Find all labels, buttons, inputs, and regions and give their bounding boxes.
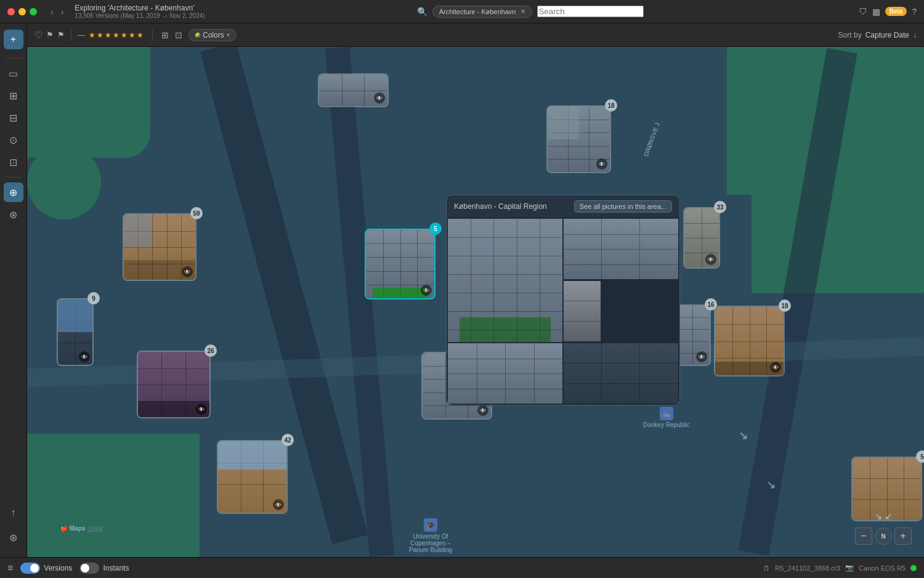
see-all-button[interactable]: See all pictures in this area... (574, 200, 672, 213)
eye-icon-18-right: 👁 (770, 362, 781, 373)
popup-grid (447, 218, 679, 405)
cluster-59[interactable]: 59 👁 (123, 213, 197, 281)
file-name: R5_241102_3868.cr3 (775, 564, 840, 572)
eye-icon-59: 👁 (182, 266, 193, 277)
active-tab[interactable]: Architecture - København ✕ (432, 6, 533, 18)
popup-photo-4[interactable] (448, 343, 562, 404)
instants-toggle-knob (81, 564, 89, 572)
eye-icon-5: 👁 (421, 285, 432, 296)
poi-university-icon: 🎓 (424, 518, 437, 532)
map[interactable]: GRØNSVE J ↘ ↘ 59 👁 5 (27, 47, 924, 557)
cluster-26[interactable]: 26 👁 (137, 351, 211, 418)
map-green-5 (27, 145, 101, 219)
cluster-top-small[interactable]: 👁 (318, 73, 389, 107)
help-icon[interactable]: ? (912, 7, 917, 17)
popup-photo-5[interactable] (564, 343, 678, 404)
map-green-3 (752, 182, 924, 293)
map-green-4 (27, 434, 200, 557)
back-arrow[interactable]: ‹ (48, 6, 56, 18)
window-controls (0, 8, 44, 15)
maps-credit: 🍎 Maps Legal (60, 524, 102, 532)
pipe-separator: — (78, 31, 85, 39)
instants-label[interactable]: Instants (103, 564, 129, 572)
sidebar: + ▭ ⊞ ⊟ ⊙ ⊡ ⊕ ⊛ ↑ ⊛ ⚙ (0, 23, 27, 578)
legal-link[interactable]: Legal (87, 525, 102, 532)
svg-text:🍎 Maps: 🍎 Maps (60, 524, 85, 532)
angle-indicator-2: ↙ (885, 511, 892, 521)
sidebar-item-grid[interactable]: ⊞ (4, 86, 23, 105)
cluster-badge-5-bottom: 5 (916, 450, 924, 463)
poi-university[interactable]: 🎓 University OfCopenhagen –Panum Buildin… (409, 518, 452, 553)
sidebar-item-image[interactable]: ⊡ (4, 152, 23, 172)
cluster-5-selected[interactable]: 5 👁 (365, 229, 436, 299)
sidebar-item-star[interactable]: ⊛ (4, 527, 23, 547)
sidebar-item-person[interactable]: ⊙ (4, 130, 23, 150)
popup-photo-3[interactable] (564, 281, 601, 341)
versions-toggle-track[interactable] (20, 563, 40, 574)
eye-icon-18-top: 👁 (596, 158, 607, 169)
star-rating[interactable]: ★★★ ★★★★ (89, 31, 144, 39)
cluster-badge-16: 16 (705, 298, 717, 311)
search-icon[interactable]: 🔍 (417, 7, 428, 17)
instants-toggle[interactable]: Instants (79, 563, 129, 574)
sidebar-item-rect[interactable]: ▭ (4, 63, 23, 83)
sidebar-item-share[interactable]: ↑ (4, 503, 23, 523)
cluster-42[interactable]: 42 👁 (217, 440, 288, 514)
search-input[interactable] (537, 6, 644, 17)
versions-label[interactable]: Versions (44, 564, 72, 572)
toolbar-sep-1 (71, 29, 71, 41)
eye-icon-9: 👁 (79, 351, 90, 362)
minimize-button[interactable] (18, 8, 26, 15)
cluster-18-right[interactable]: 18 👁 (714, 306, 785, 377)
tab-close-icon[interactable]: ✕ (521, 8, 525, 15)
maximize-button[interactable] (30, 8, 37, 15)
sidebar-item-layers[interactable]: ⊟ (4, 108, 23, 128)
cluster-33[interactable]: 33 👁 (683, 207, 720, 269)
topbar: ‹ › Exploring 'Architecture - København'… (0, 0, 924, 23)
camera-icon: 📷 (845, 564, 854, 572)
colors-dot-icon (195, 33, 200, 38)
colors-button[interactable]: Colors ▾ (188, 29, 237, 41)
toolbar-group-1: ♡ ⚑ ⚑ — ★★★ ★★★★ (34, 29, 144, 41)
eye-icon-42: 👁 (273, 499, 284, 510)
instants-toggle-track[interactable] (79, 563, 99, 574)
colors-chevron: ▾ (227, 31, 230, 38)
versions-toggle[interactable]: Versions (20, 563, 72, 574)
forward-arrow[interactable]: › (59, 6, 67, 18)
map-controls: ↘ ↙ − N + (855, 511, 912, 545)
sidebar-separator-1 (5, 58, 22, 59)
chart-icon[interactable]: ▦ (872, 7, 880, 17)
compass[interactable]: N (875, 527, 892, 545)
close-button[interactable] (7, 8, 15, 15)
filter-icon[interactable]: ⛉ (859, 7, 867, 17)
sort-control[interactable]: Sort by Capture Date ↓ (838, 31, 917, 39)
flag-icon-1[interactable]: ⚑ (46, 30, 54, 39)
grid-icon[interactable]: ⊞ (161, 30, 169, 40)
cluster-badge-59: 59 (190, 207, 203, 219)
poi-donkey-republic[interactable]: 🚲 Donkey Republic (643, 407, 690, 428)
sidebar-item-tag[interactable]: ⊛ (4, 205, 23, 224)
popup-photo-2[interactable] (564, 219, 678, 279)
sort-direction-icon: ↓ (913, 31, 917, 39)
toolbar: ♡ ⚑ ⚑ — ★★★ ★★★★ ⊞ ⊡ Colors ▾ Sort by Ca… (27, 23, 924, 47)
sidebar-separator-2 (5, 177, 22, 177)
colors-label: Colors (203, 31, 224, 39)
cluster-9[interactable]: 9 👁 (57, 298, 94, 366)
hamburger-icon[interactable]: ≡ (7, 563, 13, 574)
cluster-badge-5: 5 (429, 222, 442, 235)
map-green-1 (27, 47, 150, 158)
image-icon[interactable]: ⊡ (175, 30, 182, 40)
sidebar-item-map[interactable]: ⊕ (4, 182, 23, 202)
zoom-out-button[interactable]: − (855, 527, 872, 545)
heart-icon[interactable]: ♡ (34, 30, 43, 41)
flag-icon-2[interactable]: ⚑ (57, 30, 65, 39)
cluster-18-top[interactable]: 18 👁 (546, 105, 611, 173)
popup-photo-1[interactable] (448, 219, 562, 342)
zoom-in-button[interactable]: + (894, 527, 912, 545)
add-button[interactable]: + (4, 30, 23, 49)
eye-icon-26: 👁 (196, 404, 207, 415)
search-area: 🔍 Architecture - København ✕ (210, 6, 851, 18)
popup-title: København - Capital Region (454, 202, 547, 211)
poi-donkey-label: Donkey Republic (643, 421, 690, 428)
cluster-badge-18-right: 18 (779, 299, 791, 312)
